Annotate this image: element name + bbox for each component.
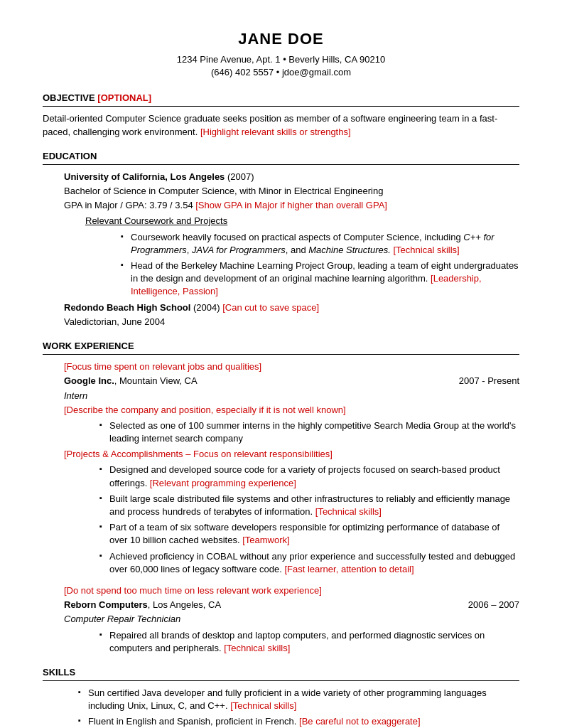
work-experience-section: WORK EXPERIENCE [Focus time spent on rel… — [43, 340, 519, 655]
redondo-name: Redondo Beach High School — [64, 302, 190, 313]
ucla-degree: Bachelor of Science in Computer Science,… — [64, 185, 519, 198]
reborn-name: Reborn Computers — [64, 599, 148, 610]
objective-section: OBJECTIVE [Optional] Detail-oriented Com… — [43, 92, 519, 139]
objective-title: OBJECTIVE [Optional] — [43, 92, 519, 107]
candidate-contact: (646) 402 5557 • jdoe@gmail.com — [43, 66, 519, 79]
google-dates: 2007 - Present — [459, 375, 519, 387]
bullet-item: Fluent in English and Spanish, proficien… — [78, 715, 519, 728]
reborn-dates: 2006 – 2007 — [468, 599, 519, 611]
ucla-gpa: GPA in Major / GPA: 3.79 / 3.54 [Show GP… — [64, 199, 519, 212]
skills-bullets: Sun certified Java developer and fully p… — [78, 687, 519, 728]
bullet-item: Repaired all brands of desktop and lapto… — [99, 629, 519, 655]
google-focus-note: [Focus time spent on relevant jobs and q… — [64, 360, 519, 373]
education-entry-ucla: University of California, Los Angeles (2… — [64, 171, 519, 299]
job-entry-reborn: [Do not spend too much time on less rele… — [64, 584, 519, 655]
bullet-item: Part of a team of six software developer… — [99, 521, 519, 547]
google-selected-bullets: Selected as one of 100 summer interns in… — [99, 419, 519, 445]
google-describe-note: [Describe the company and position, espe… — [64, 404, 519, 417]
bullet-item: Built large scale distributed file syste… — [99, 493, 519, 518]
skills-section: SKILLS Sun certified Java developer and … — [43, 666, 519, 728]
google-bullets: Designed and developed source code for a… — [99, 464, 519, 576]
ucla-year: (2007) — [227, 171, 254, 182]
google-title: Intern — [64, 390, 519, 402]
work-experience-title: WORK EXPERIENCE — [43, 340, 519, 355]
objective-text: Detail-oriented Computer Science graduat… — [43, 112, 519, 138]
reborn-header: Reborn Computers, Los Angeles, CA 2006 –… — [64, 599, 519, 611]
education-section: EDUCATION University of California, Los … — [43, 150, 519, 328]
bullet-item: Coursework heavily focused on practical … — [121, 231, 519, 257]
coursework-block: Relevant Coursework and Projects Coursew… — [85, 215, 519, 298]
reborn-bullets: Repaired all brands of desktop and lapto… — [99, 629, 519, 655]
google-name: Google Inc. — [64, 375, 114, 386]
coursework-title: Relevant Coursework and Projects — [85, 215, 519, 228]
bullet-item: Designed and developed source code for a… — [99, 464, 519, 489]
redondo-detail: Valedictorian, June 2004 — [64, 316, 519, 328]
coursework-bullets: Coursework heavily focused on practical … — [121, 231, 519, 299]
reborn-title: Computer Repair Technician — [64, 613, 519, 626]
job-entry-google: [Focus time spent on relevant jobs and q… — [64, 360, 519, 576]
skills-title: SKILLS — [43, 666, 519, 681]
education-entry-redondo: Redondo Beach High School (2004) [Can cu… — [64, 301, 519, 328]
bullet-item: Achieved proficiency in COBAL without an… — [99, 550, 519, 576]
bullet-item: Selected as one of 100 summer interns in… — [99, 419, 519, 445]
bullet-item: Sun certified Java developer and fully p… — [78, 687, 519, 712]
ucla-name: University of California, Los Angeles — [64, 171, 225, 182]
google-header: Google Inc., Mountain View, CA 2007 - Pr… — [64, 375, 519, 387]
education-title: EDUCATION — [43, 150, 519, 165]
reborn-no-spend-note: [Do not spend too much time on less rele… — [64, 584, 519, 597]
google-projects-note: [Projects & Accomplishments – Focus on r… — [64, 448, 519, 461]
candidate-address: 1234 Pine Avenue, Apt. 1 • Beverly Hills… — [43, 53, 519, 66]
bullet-item: Head of the Berkeley Machine Learning Pr… — [121, 259, 519, 299]
candidate-name: JANE DOE — [43, 28, 519, 50]
resume-header: JANE DOE 1234 Pine Avenue, Apt. 1 • Beve… — [43, 28, 519, 79]
